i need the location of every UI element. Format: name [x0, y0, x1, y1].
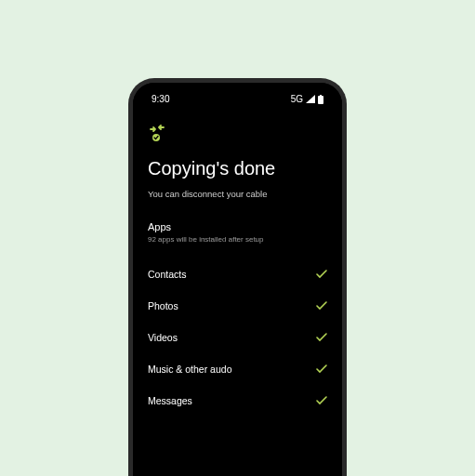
check-icon — [316, 301, 327, 311]
battery-icon — [318, 95, 323, 104]
status-time: 9:30 — [152, 94, 169, 104]
list-item: Photos — [148, 290, 327, 322]
check-icon — [316, 396, 327, 405]
apps-detail: 92 apps will be installed after setup — [148, 235, 327, 244]
status-right: 5G — [291, 94, 323, 104]
apps-section: Apps 92 apps will be installed after set… — [148, 221, 327, 244]
list-item-label: Messages — [148, 395, 192, 406]
list-item: Contacts — [148, 258, 327, 290]
phone-frame: 9:30 5G Copying's done You can disconnec… — [128, 78, 347, 476]
list-item: Music & other audo — [148, 353, 327, 385]
phone-screen: 9:30 5G Copying's done You can disconnec… — [133, 83, 342, 476]
check-icon — [316, 364, 327, 374]
transfer-complete-icon — [148, 125, 327, 147]
list-item: Videos — [148, 322, 327, 353]
list-item-label: Music & other audo — [148, 364, 231, 375]
list-item: Messages — [148, 385, 327, 416]
check-icon — [316, 333, 327, 342]
apps-header: Apps — [148, 221, 327, 232]
status-network: 5G — [291, 94, 303, 104]
svg-rect-1 — [320, 95, 322, 97]
check-icon — [316, 270, 327, 279]
list-item-label: Videos — [148, 332, 178, 343]
copied-items-list: Contacts Photos Videos Music & other aud… — [148, 258, 327, 416]
page-subtitle: You can disconnect your cable — [148, 189, 327, 199]
svg-rect-0 — [318, 96, 323, 104]
status-bar: 9:30 5G — [148, 92, 327, 112]
list-item-label: Photos — [148, 300, 178, 311]
list-item-label: Contacts — [148, 269, 186, 280]
page-title: Copying's done — [148, 158, 327, 179]
signal-icon — [306, 95, 315, 103]
